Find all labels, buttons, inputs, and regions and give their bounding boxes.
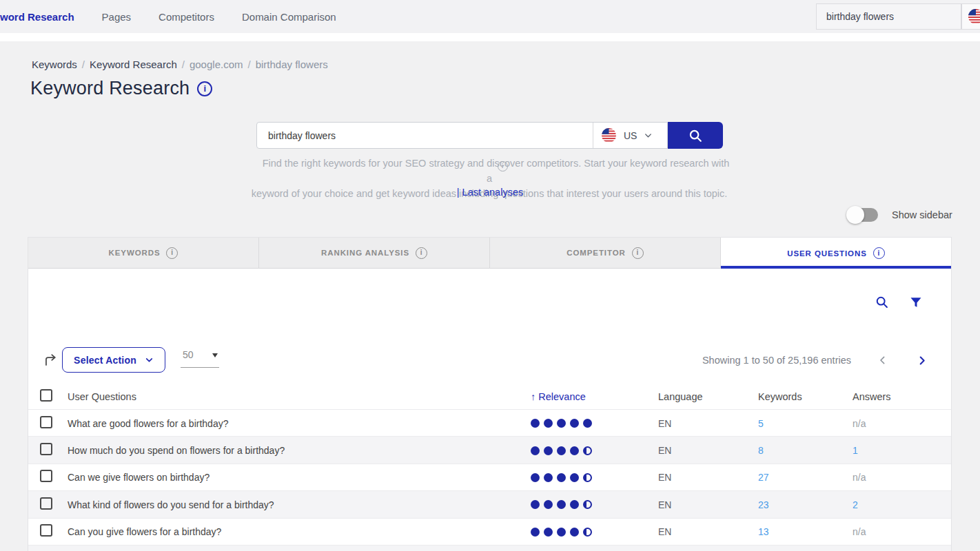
export-arrow-icon[interactable]: [43, 353, 58, 367]
tab-user-questions[interactable]: USER QUESTIONS: [721, 238, 951, 269]
chevron-right-icon[interactable]: [916, 355, 928, 366]
relevance-dot-full: [544, 500, 553, 509]
table-row[interactable]: What kind of flowers do you send for a b…: [28, 491, 951, 518]
nav-item-domain-comparison[interactable]: Domain Comparison: [242, 0, 336, 33]
relevance-dot-full: [544, 446, 553, 455]
screen: word Research Pages Competitors Domain C…: [0, 0, 980, 551]
language-value: EN: [658, 418, 671, 429]
keywords-count-link[interactable]: 27: [758, 472, 769, 483]
keyword-search-input[interactable]: [257, 123, 593, 148]
row-checkbox[interactable]: [40, 443, 52, 455]
sort-arrow-up-icon: ↑: [531, 391, 535, 402]
column-header-keywords[interactable]: Keywords: [758, 391, 853, 402]
show-sidebar-toggle[interactable]: [848, 208, 878, 222]
breadcrumb-keywords[interactable]: Keywords: [32, 59, 77, 70]
answers-count-link: n/a: [853, 418, 866, 429]
info-icon[interactable]: [632, 247, 644, 259]
search-icon: [688, 128, 703, 143]
relevance-dot-full: [557, 500, 566, 509]
top-navigation: word Research Pages Competitors Domain C…: [0, 0, 980, 33]
relevance-dot-full: [570, 419, 579, 428]
select-all-checkbox[interactable]: [40, 389, 52, 402]
relevance-dot-half: [583, 473, 592, 482]
nav-item-pages[interactable]: Pages: [102, 0, 132, 33]
topnav-country-selector[interactable]: [961, 3, 980, 30]
question-text: Can we give flowers on birthday?: [68, 472, 210, 483]
question-text: Can you give flowers for a birthday?: [68, 526, 221, 537]
question-text: What kind of flowers do you send for a b…: [68, 499, 274, 510]
breadcrumb-separator: /: [82, 59, 85, 70]
breadcrumb-keyword-research[interactable]: Keyword Research: [90, 59, 177, 70]
info-icon[interactable]: [166, 247, 178, 259]
column-header-relevance[interactable]: ↑ Relevance: [531, 391, 658, 402]
relevance-dot-full: [557, 473, 566, 482]
info-icon[interactable]: [873, 247, 885, 259]
column-header-user-questions[interactable]: User Questions: [68, 391, 531, 402]
keywords-count-link[interactable]: 13: [758, 526, 769, 537]
table-row[interactable]: What are good flowers for a birthday? EN…: [28, 410, 951, 437]
row-checkbox[interactable]: [40, 470, 52, 482]
user-questions-table: User Questions ↑ Relevance Language Keyw…: [28, 383, 951, 551]
relevance-dot-full: [570, 500, 579, 509]
info-icon[interactable]: [197, 81, 212, 96]
last-analyses-link[interactable]: | Last analyses: [457, 187, 523, 198]
country-selector[interactable]: US: [593, 123, 667, 148]
select-action-button[interactable]: Select Action: [62, 347, 165, 373]
table-body: What are good flowers for a birthday? EN…: [28, 410, 951, 545]
relevance-dot-full: [531, 446, 540, 455]
action-row: Select Action 50 Showing 1 to 50 of 25,1…: [28, 346, 951, 374]
chevron-down-icon: [145, 355, 154, 364]
column-header-answers[interactable]: Answers: [853, 391, 951, 402]
relevance-dot-full: [557, 446, 566, 455]
show-sidebar-label: Show sidebar: [892, 209, 952, 220]
search-icon[interactable]: [875, 295, 889, 309]
relevance-dot-full: [570, 473, 579, 482]
row-checkbox[interactable]: [40, 416, 52, 428]
info-icon[interactable]: [416, 247, 427, 259]
language-value: EN: [658, 526, 671, 537]
relevance-dots: [531, 528, 658, 537]
breadcrumb-domain[interactable]: google.com: [190, 59, 243, 70]
filter-icon[interactable]: [910, 296, 922, 309]
page-title: Keyword Research: [30, 78, 190, 99]
header-divider-strip: [0, 33, 980, 41]
us-flag-icon: [968, 8, 980, 25]
relevance-dot-full: [583, 419, 592, 428]
table-row[interactable]: How much do you spend on flowers for a b…: [28, 437, 951, 464]
tab-competitor[interactable]: COMPETITOR: [490, 238, 721, 269]
keywords-count-link[interactable]: 5: [758, 418, 764, 429]
keyword-search-bar: US: [256, 122, 723, 149]
language-value: EN: [658, 445, 671, 456]
relevance-dot-full: [570, 528, 579, 537]
row-checkbox[interactable]: [40, 497, 52, 510]
column-header-language[interactable]: Language: [658, 391, 758, 402]
chevron-left-icon[interactable]: [877, 355, 888, 366]
table-header-row: User Questions ↑ Relevance Language Keyw…: [28, 383, 951, 410]
keywords-count-link[interactable]: 8: [758, 445, 764, 456]
relevance-dots: [531, 419, 658, 428]
relevance-dot-full: [557, 419, 566, 428]
language-value: EN: [658, 499, 671, 510]
tabs: KEYWORDS RANKING ANALYSIS COMPETITOR USE…: [28, 238, 951, 269]
breadcrumb-separator: /: [248, 59, 251, 70]
search-button[interactable]: [668, 122, 723, 149]
answers-count-link: n/a: [853, 526, 866, 537]
answers-count-link[interactable]: 2: [853, 499, 858, 510]
nav-item-keyword-research[interactable]: word Research: [0, 0, 74, 33]
table-row[interactable]: Can we give flowers on birthday? EN 27 n…: [28, 464, 951, 491]
relevance-dot-full: [570, 446, 579, 455]
topnav-search: [816, 3, 980, 30]
breadcrumb-keyword: birthday flowers: [256, 59, 328, 70]
page-size-select[interactable]: 50: [181, 349, 219, 368]
answers-count-link[interactable]: 1: [853, 445, 858, 456]
keywords-count-link[interactable]: 23: [758, 499, 769, 510]
relevance-dot-full: [544, 419, 553, 428]
topnav-search-input[interactable]: [816, 3, 961, 30]
question-text: How much do you spend on flowers for a b…: [68, 445, 285, 456]
us-flag-icon: [601, 127, 617, 143]
nav-item-competitors[interactable]: Competitors: [159, 0, 214, 33]
table-row[interactable]: Can you give flowers for a birthday? EN …: [28, 519, 951, 545]
tab-keywords[interactable]: KEYWORDS: [28, 238, 259, 269]
tab-ranking-analysis[interactable]: RANKING ANALYSIS: [259, 238, 490, 269]
row-checkbox[interactable]: [40, 524, 52, 537]
